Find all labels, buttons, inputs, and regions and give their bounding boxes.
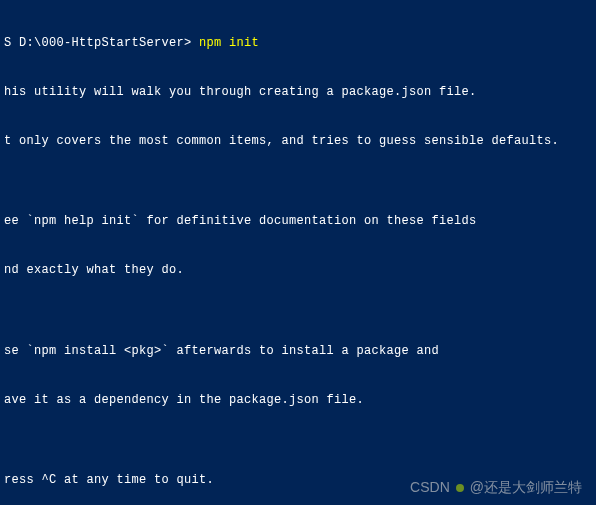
intro-line: ave it as a dependency in the package.js…: [4, 392, 592, 408]
watermark-dot-icon: [456, 484, 464, 492]
terminal-output[interactable]: S D:\000-HttpStartServer> npm init his u…: [4, 3, 592, 505]
intro-line: his utility will walk you through creati…: [4, 84, 592, 100]
prompt-line-1: S D:\000-HttpStartServer> npm init: [4, 35, 592, 51]
prompt-path: S D:\000-HttpStartServer>: [4, 36, 199, 50]
command-text: npm init: [199, 36, 259, 50]
intro-line: nd exactly what they do.: [4, 262, 592, 278]
intro-line: se `npm install <pkg>` afterwards to ins…: [4, 343, 592, 359]
watermark: CSDN @还是大剑师兰特: [410, 478, 582, 497]
intro-line: t only covers the most common items, and…: [4, 133, 592, 149]
watermark-text: @还是大剑师兰特: [470, 478, 582, 497]
watermark-prefix: CSDN: [410, 478, 450, 497]
intro-line: ee `npm help init` for definitive docume…: [4, 213, 592, 229]
